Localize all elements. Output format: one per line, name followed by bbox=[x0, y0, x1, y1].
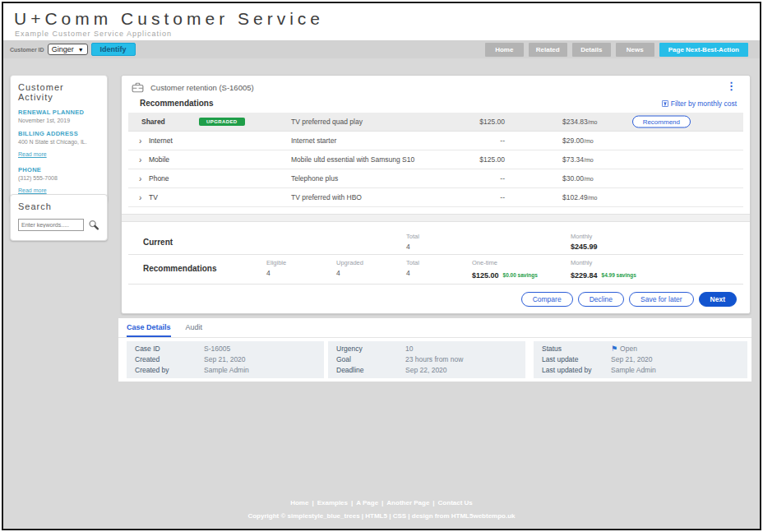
footer-link[interactable]: Another Page bbox=[385, 499, 431, 507]
customer-id-select[interactable]: Ginger ▼ bbox=[48, 44, 88, 55]
table-row-mobile[interactable]: › Mobile Mobile ultd essential with Sams… bbox=[128, 150, 743, 169]
upgraded-badge: UPGRADED bbox=[199, 118, 245, 126]
monthly-savings: $4.99 savings bbox=[602, 272, 636, 278]
customer-activity-title: Customer Activity bbox=[18, 82, 99, 102]
recommendations-title: Recommendations bbox=[140, 99, 213, 108]
case-card-header: Customer retention (S-16005) ⋮ bbox=[122, 76, 750, 95]
more-menu-icon[interactable]: ⋮ bbox=[726, 81, 737, 91]
nav-details-button[interactable]: Details bbox=[572, 43, 611, 57]
chevron-right-icon[interactable]: › bbox=[139, 155, 141, 164]
footer-link[interactable]: Home bbox=[289, 499, 310, 507]
table-row-internet[interactable]: › Internet Internet starter -- $29.00/mo bbox=[128, 132, 743, 150]
nav-home-button[interactable]: Home bbox=[485, 43, 524, 57]
activity-item-label: RENEWAL PLANNED bbox=[18, 109, 99, 116]
read-more-link[interactable]: Read more bbox=[18, 151, 47, 157]
rec-total: Total 4 bbox=[406, 259, 419, 277]
read-more-link[interactable]: Read more bbox=[18, 187, 47, 193]
chevron-right-icon[interactable]: › bbox=[139, 174, 141, 183]
recommendations-header: Recommendations Filter by monthly cost bbox=[122, 95, 750, 113]
chevron-right-icon[interactable]: › bbox=[139, 136, 141, 146]
activity-item: BILLING ADDRESS 400 N State st Chicago, … bbox=[18, 130, 99, 160]
identify-button[interactable]: Identify bbox=[91, 43, 136, 56]
one-time-savings: $0.00 savings bbox=[503, 272, 538, 278]
case-details-panels: Case IDS-16005 CreatedSep 21, 2020 Creat… bbox=[118, 338, 751, 378]
row-description: Mobile ultd essential with Samsung S10 bbox=[291, 155, 414, 164]
table-row-tv[interactable]: › TV TV preferred with HBO -- $102.49/mo bbox=[128, 188, 743, 207]
row-monthly-cost: $73.34/mo bbox=[562, 155, 594, 164]
tab-audit[interactable]: Audit bbox=[186, 323, 203, 337]
page-title: U+Comm Customer Service bbox=[3, 3, 760, 29]
case-card: Customer retention (S-16005) ⋮ Recommend… bbox=[121, 75, 751, 314]
nav-next-best-action-button[interactable]: Page Next-Best-Action bbox=[659, 43, 748, 57]
row-name: Internet bbox=[149, 136, 173, 145]
recommend-button[interactable]: Recommend bbox=[632, 116, 691, 128]
save-for-later-button[interactable]: Save for later bbox=[629, 292, 694, 307]
current-label: Current bbox=[143, 238, 173, 247]
toolbar: Customer ID Ginger ▼ Identify Home Relat… bbox=[3, 40, 760, 58]
row-description: Internet starter bbox=[291, 136, 336, 145]
table-row-shared[interactable]: Shared UPGRADED TV preferred quad play $… bbox=[128, 113, 743, 132]
row-one-time-cost: -- bbox=[439, 136, 505, 145]
row-one-time-cost: -- bbox=[439, 193, 505, 201]
filter-icon bbox=[662, 100, 668, 107]
row-name: Shared bbox=[141, 118, 165, 126]
activity-item-label: BILLING ADDRESS bbox=[18, 130, 99, 137]
customer-id-selected-value: Ginger bbox=[52, 45, 74, 53]
case-details-col1: Case IDS-16005 CreatedSep 21, 2020 Creat… bbox=[127, 341, 324, 378]
case-details-col3: Status⚑Open Last updateSep 21, 2020 Last… bbox=[534, 341, 747, 378]
footer-link[interactable]: A Page bbox=[354, 499, 380, 507]
filter-link-label: Filter by monthly cost bbox=[671, 99, 737, 108]
activity-item-value: November 1st, 2019 bbox=[18, 118, 99, 123]
case-details-section: Case Details Audit Case IDS-16005 Create… bbox=[118, 318, 751, 382]
search-input[interactable] bbox=[18, 219, 84, 231]
customer-id-group: Customer ID Ginger ▼ Identify bbox=[10, 43, 136, 56]
case-title: Customer retention (S-16005) bbox=[150, 83, 254, 92]
footer-copyright: Copyright © simplestyle_blue_trees | HTM… bbox=[3, 512, 760, 520]
page-subtitle: Example Customer Service Application bbox=[3, 30, 760, 38]
row-description: TV preferred quad play bbox=[291, 118, 363, 126]
divider-strip bbox=[122, 214, 750, 222]
next-button[interactable]: Next bbox=[699, 292, 737, 307]
recommendations-label: Recommendations bbox=[143, 264, 216, 273]
row-monthly-cost: $30.00/mo bbox=[562, 174, 594, 183]
recommendations-table: Shared UPGRADED TV preferred quad play $… bbox=[128, 113, 743, 207]
chevron-right-icon[interactable]: › bbox=[139, 193, 141, 202]
case-details-col2: Urgency10 Goal23 hours from now Deadline… bbox=[328, 341, 525, 378]
row-description: TV preferred with HBO bbox=[291, 193, 362, 201]
nav-related-button[interactable]: Related bbox=[529, 43, 567, 57]
nav-news-button[interactable]: News bbox=[616, 43, 654, 57]
decline-button[interactable]: Decline bbox=[578, 292, 624, 307]
compare-button[interactable]: Compare bbox=[521, 292, 573, 307]
filter-by-monthly-cost-link[interactable]: Filter by monthly cost bbox=[662, 99, 737, 108]
search-icon[interactable] bbox=[88, 218, 99, 232]
top-nav: Home Related Details News Page Next-Best… bbox=[480, 43, 748, 57]
footer-link[interactable]: Contact Us bbox=[437, 499, 474, 507]
app-window: U+Comm Customer Service Example Customer… bbox=[2, 2, 761, 530]
footer-links: Home|Examples|A Page|Another Page|Contac… bbox=[3, 499, 760, 507]
table-row-phone[interactable]: › Phone Telephone plus -- $30.00/mo bbox=[128, 169, 743, 188]
action-buttons: Compare Decline Save for later Next bbox=[521, 292, 737, 307]
app-header: U+Comm Customer Service Example Customer… bbox=[3, 3, 760, 40]
tab-bar: Case Details Audit bbox=[118, 318, 751, 338]
row-monthly-cost: $102.49/mo bbox=[562, 193, 597, 201]
rec-upgraded: Upgraded 4 bbox=[336, 259, 363, 277]
briefcase-icon bbox=[132, 82, 144, 93]
search-card: Search bbox=[10, 194, 108, 241]
current-totals-row: Current Total 4 Monthly $245.99 bbox=[128, 229, 743, 255]
row-monthly-cost: $29.00/mo bbox=[562, 136, 594, 145]
customer-activity-card: Customer Activity RENEWAL PLANNED Novemb… bbox=[10, 75, 108, 203]
row-name: Phone bbox=[149, 174, 169, 183]
row-description: Telephone plus bbox=[291, 174, 338, 183]
row-one-time-cost: $125.00 bbox=[439, 155, 505, 164]
activity-item: PHONE (312) 555-7008 Read more bbox=[18, 166, 99, 196]
rec-monthly: Monthly $229.84$4.99 savings bbox=[571, 259, 636, 281]
tab-case-details[interactable]: Case Details bbox=[127, 323, 171, 337]
status-value: ⚑Open bbox=[611, 344, 637, 354]
page-footer: Home|Examples|A Page|Another Page|Contac… bbox=[3, 499, 760, 520]
footer-link[interactable]: Examples bbox=[316, 499, 349, 507]
row-one-time-cost: -- bbox=[439, 174, 505, 183]
rec-one-time: One-time $125.00$0.00 savings bbox=[472, 259, 538, 281]
current-monthly: Monthly $245.99 bbox=[571, 233, 598, 251]
activity-item: RENEWAL PLANNED November 1st, 2019 bbox=[18, 109, 99, 123]
activity-item-value: (312) 555-7008 bbox=[18, 175, 99, 181]
